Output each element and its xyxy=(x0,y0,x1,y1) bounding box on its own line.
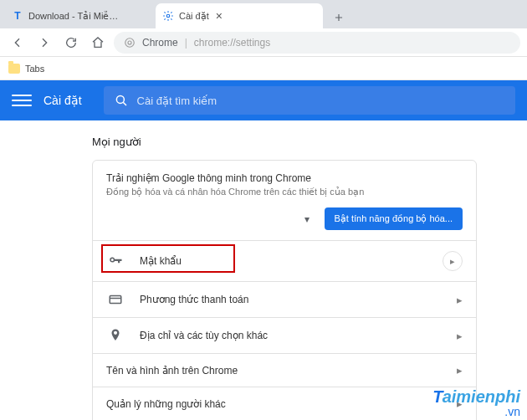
gear-icon xyxy=(162,10,174,22)
browser-tab[interactable]: T Download - Tải Miễn Phí VN - P xyxy=(5,3,156,28)
settings-search-input[interactable] xyxy=(137,95,505,107)
row-manage-people[interactable]: Quản lý những người khác ▸ xyxy=(93,387,476,420)
watermark: Taimienphi .vn xyxy=(432,387,520,418)
row-label: Quản lý những người khác xyxy=(106,398,226,410)
chevron-right-icon: ▸ xyxy=(457,330,463,342)
close-icon[interactable]: × xyxy=(216,9,223,23)
bookmark-folder[interactable]: Tabs xyxy=(8,64,44,74)
svg-point-3 xyxy=(116,95,124,103)
tab-title: Download - Tải Miễn Phí VN - P xyxy=(28,11,120,22)
settings-header: Cài đặt xyxy=(0,80,527,120)
sync-subtitle: Đồng bộ hóa và cá nhân hóa Chrome trên c… xyxy=(106,187,463,197)
row-name-image[interactable]: Tên và hình ảnh trên Chrome ▸ xyxy=(93,353,476,387)
key-icon xyxy=(106,254,125,269)
new-tab-button[interactable] xyxy=(328,7,350,28)
forward-button[interactable] xyxy=(33,32,55,54)
svg-point-2 xyxy=(128,40,131,44)
menu-button[interactable] xyxy=(12,90,32,110)
home-button[interactable] xyxy=(87,32,109,54)
enable-sync-button[interactable]: Bật tính năng đồng bộ hóa... xyxy=(325,207,463,230)
settings-title: Cài đặt xyxy=(43,94,82,107)
svg-point-1 xyxy=(125,38,135,47)
row-passwords[interactable]: Mật khẩu ▸ xyxy=(93,240,476,281)
tab-title: Cài đặt xyxy=(179,11,209,22)
browser-tab-active[interactable]: Cài đặt × xyxy=(156,3,323,28)
back-button[interactable] xyxy=(7,32,28,54)
row-addresses[interactable]: Địa chỉ và các tùy chọn khác ▸ xyxy=(93,317,476,353)
section-title: Mọi người xyxy=(92,136,477,148)
chrome-icon xyxy=(124,37,136,49)
address-bar[interactable]: Chrome | chrome://settings xyxy=(114,32,520,54)
row-label: Phương thức thanh toán xyxy=(140,294,248,305)
sync-title: Trải nghiệm Google thông minh trong Chro… xyxy=(106,172,463,184)
settings-content: Mọi người Trải nghiệm Google thông minh … xyxy=(0,120,527,420)
svg-rect-4 xyxy=(110,296,121,304)
credit-card-icon xyxy=(106,292,125,307)
row-payment[interactable]: Phương thức thanh toán ▸ xyxy=(93,281,476,317)
people-card: Trải nghiệm Google thông minh trong Chro… xyxy=(92,160,477,420)
map-pin-icon xyxy=(106,328,125,343)
folder-icon xyxy=(8,64,20,74)
bookmarks-bar: Tabs xyxy=(0,57,527,80)
chevron-right-icon: ▸ xyxy=(457,364,463,376)
browser-tab-bar: T Download - Tải Miễn Phí VN - P Cài đặt… xyxy=(0,0,527,28)
chevron-down-icon[interactable]: ▾ xyxy=(304,213,310,225)
bookmark-label: Tabs xyxy=(25,64,44,74)
search-icon xyxy=(114,93,129,108)
chevron-right-icon[interactable]: ▸ xyxy=(443,251,463,271)
svg-point-0 xyxy=(166,14,170,18)
browser-nav-bar: Chrome | chrome://settings xyxy=(0,28,527,57)
settings-search[interactable] xyxy=(104,86,515,115)
row-label: Mật khẩu xyxy=(140,255,182,267)
tab-favicon-t-icon: T xyxy=(12,10,23,22)
sync-row: Trải nghiệm Google thông minh trong Chro… xyxy=(93,161,476,240)
row-label: Địa chỉ và các tùy chọn khác xyxy=(140,330,268,341)
url-scheme: Chrome xyxy=(142,37,178,49)
url-text: chrome://settings xyxy=(194,37,270,49)
chevron-right-icon: ▸ xyxy=(457,294,463,306)
reload-button[interactable] xyxy=(60,32,82,54)
row-label: Tên và hình ảnh trên Chrome xyxy=(106,365,238,376)
